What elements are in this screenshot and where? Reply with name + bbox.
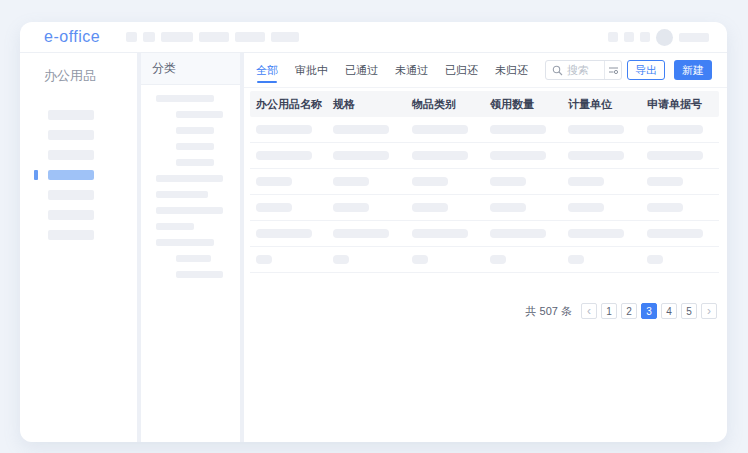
sidebar-item-3[interactable] <box>48 170 94 180</box>
next-page-button[interactable]: › <box>701 303 717 319</box>
sidebar: 办公用品 <box>20 53 137 442</box>
category-node-3[interactable] <box>176 143 214 150</box>
category-node-9[interactable] <box>156 239 214 246</box>
cell-placeholder <box>647 229 703 238</box>
cell-placeholder <box>490 177 526 186</box>
page-button-2[interactable]: 2 <box>621 303 637 319</box>
cell-placeholder <box>490 255 506 264</box>
sidebar-item-5[interactable] <box>48 210 94 220</box>
tabs: 全部审批中已通过未通过已归还未归还 <box>256 53 545 87</box>
cell-placeholder <box>647 203 683 212</box>
topbar-placeholder-1 <box>143 32 155 42</box>
cell-placeholder <box>568 125 624 134</box>
cell-placeholder <box>490 151 546 160</box>
category-node-0[interactable] <box>156 95 214 102</box>
toolbar: 全部审批中已通过未通过已归还未归还 搜索 <box>244 53 727 88</box>
tab-1[interactable]: 审批中 <box>295 53 328 87</box>
cell-placeholder <box>256 151 312 160</box>
column-header-1: 规格 <box>327 97 406 112</box>
cell-placeholder <box>333 125 389 134</box>
tab-4[interactable]: 已归还 <box>445 53 478 87</box>
cell-placeholder <box>412 151 468 160</box>
top-bar: e-office <box>20 22 727 53</box>
cell-placeholder <box>647 255 663 264</box>
topbar-placeholder-4 <box>235 32 265 42</box>
column-header-3: 领用数量 <box>484 97 562 112</box>
topbar-right-placeholders <box>608 32 650 42</box>
category-node-6[interactable] <box>156 191 208 198</box>
category-node-4[interactable] <box>176 159 214 166</box>
category-node-1[interactable] <box>176 111 223 118</box>
main-panel: 全部审批中已通过未通过已归还未归还 搜索 <box>244 53 727 442</box>
cell-placeholder <box>256 125 312 134</box>
content-area: 办公用品 分类 全部审批中已通过未通过已归还未归还 搜索 <box>20 53 727 442</box>
filter-icon[interactable] <box>604 61 621 79</box>
category-panel-title: 分类 <box>141 53 240 85</box>
cell-placeholder <box>568 177 604 186</box>
sidebar-item-2[interactable] <box>48 150 94 160</box>
cell-placeholder <box>647 177 683 186</box>
sidebar-item-4[interactable] <box>48 190 94 200</box>
topbar-left-placeholders <box>126 32 299 42</box>
cell-placeholder <box>333 255 349 264</box>
app-window: e-office 办公用品 分类 全部审批中已通过未通过已归还未归还 <box>20 22 727 442</box>
cell-placeholder <box>256 229 312 238</box>
cell-placeholder <box>490 229 546 238</box>
search-placeholder: 搜索 <box>567 63 604 78</box>
tab-5[interactable]: 未归还 <box>495 53 528 87</box>
category-node-2[interactable] <box>176 127 214 134</box>
table-row-1 <box>250 143 719 169</box>
pagination-pages: 12345 <box>597 303 697 319</box>
prev-page-button[interactable]: ‹ <box>581 303 597 319</box>
search-input[interactable]: 搜索 <box>545 60 622 80</box>
category-node-7[interactable] <box>156 207 223 214</box>
page-button-1[interactable]: 1 <box>601 303 617 319</box>
tab-2[interactable]: 已通过 <box>345 53 378 87</box>
cell-placeholder <box>256 177 292 186</box>
cell-placeholder <box>333 151 389 160</box>
topbar-right-placeholder-0 <box>608 32 618 42</box>
table-row-4 <box>250 221 719 247</box>
sidebar-title: 办公用品 <box>44 67 137 85</box>
table-row-0 <box>250 117 719 143</box>
cell-placeholder <box>333 203 369 212</box>
username-placeholder <box>679 33 709 42</box>
cell-placeholder <box>256 255 272 264</box>
cell-placeholder <box>412 125 468 134</box>
sidebar-item-1[interactable] <box>48 130 94 140</box>
app-logo: e-office <box>44 28 100 46</box>
tab-0[interactable]: 全部 <box>256 53 278 87</box>
export-button[interactable]: 导出 <box>627 60 665 80</box>
page-button-3[interactable]: 3 <box>641 303 657 319</box>
table-body <box>250 117 719 273</box>
page-button-4[interactable]: 4 <box>661 303 677 319</box>
tab-3[interactable]: 未通过 <box>395 53 428 87</box>
column-header-4: 计量单位 <box>562 97 641 112</box>
avatar[interactable] <box>656 29 673 46</box>
cell-placeholder <box>333 177 369 186</box>
cell-placeholder <box>490 203 526 212</box>
cell-placeholder <box>568 203 604 212</box>
category-node-10[interactable] <box>176 255 211 262</box>
cell-placeholder <box>568 229 624 238</box>
topbar-placeholder-3 <box>199 32 229 42</box>
column-header-2: 物品类别 <box>406 97 484 112</box>
category-tree <box>141 85 240 287</box>
column-header-0: 办公用品名称 <box>250 97 327 112</box>
create-button[interactable]: 新建 <box>674 60 712 80</box>
cell-placeholder <box>412 203 448 212</box>
category-node-11[interactable] <box>176 271 223 278</box>
topbar-right-placeholder-2 <box>640 32 650 42</box>
sidebar-item-6[interactable] <box>48 230 94 240</box>
category-node-5[interactable] <box>156 175 223 182</box>
table-header: 办公用品名称规格物品类别领用数量计量单位申请单据号 <box>250 91 719 117</box>
topbar-placeholder-5 <box>271 32 299 42</box>
cell-placeholder <box>647 151 703 160</box>
cell-placeholder <box>412 177 448 186</box>
table-row-2 <box>250 169 719 195</box>
category-node-8[interactable] <box>156 223 194 230</box>
sidebar-item-0[interactable] <box>48 110 94 120</box>
page-button-5[interactable]: 5 <box>681 303 697 319</box>
topbar-placeholder-2 <box>161 32 193 42</box>
cell-placeholder <box>333 229 389 238</box>
